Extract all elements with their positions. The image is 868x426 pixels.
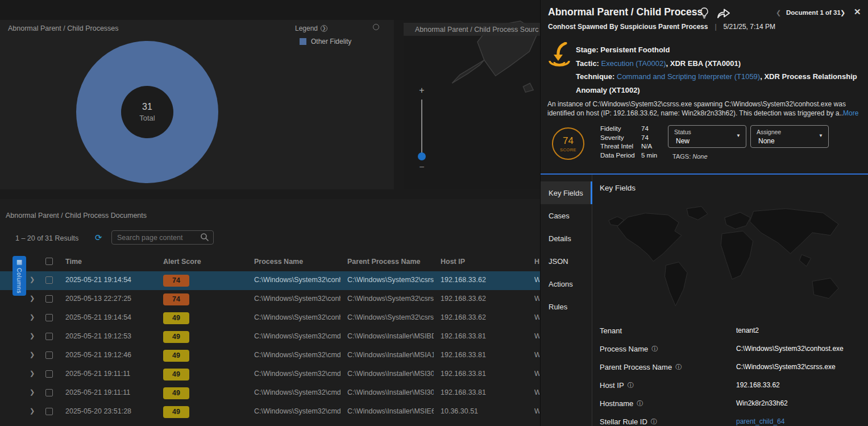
row-expand-icon[interactable]: ❯ [30, 295, 35, 302]
row-checkbox[interactable] [45, 370, 53, 378]
col-header-time[interactable]: Time [65, 258, 82, 266]
row-time: 2025-05-21 19:11:11 [65, 370, 130, 378]
assignee-dropdown-label: Assignee [757, 129, 781, 135]
alert-score-badge: 49 [163, 350, 189, 362]
table-row[interactable]: ❯ 2025-05-21 19:11:11 49 C:\Windows\Syst… [0, 365, 540, 384]
key-field-row: Tenant tenant2 [600, 321, 864, 340]
row-expand-icon[interactable]: ❯ [30, 370, 35, 377]
col-header-hostname-clipped[interactable]: H [534, 258, 539, 266]
alert-score-badge: 49 [163, 406, 189, 418]
stage-value: Persistent Foothold [600, 46, 670, 54]
table-row[interactable]: ❯ 2025-05-21 19:12:46 49 C:\Windows\Syst… [0, 346, 540, 365]
zoom-out-button[interactable]: − [417, 162, 426, 172]
field-value: C:\Windows\System32\conhost.exe [736, 345, 844, 353]
table-row[interactable]: ❯ 2025-05-21 19:14:54 49 C:\Windows\Syst… [0, 309, 540, 328]
row-process-name: C:\Windows\System32\cmd.e [254, 351, 340, 359]
alert-score-badge: 49 [163, 369, 189, 380]
row-checkbox[interactable] [45, 408, 53, 415]
chevron-down-icon: ▼ [736, 133, 741, 138]
lightbulb-icon[interactable] [700, 7, 709, 19]
row-time: 2025-05-21 19:14:54 [65, 313, 131, 321]
stage-label: Stage: [576, 46, 599, 54]
table-row[interactable]: ❯ 2025-05-21 19:14:54 74 C:\Windows\Syst… [0, 271, 540, 290]
row-checkbox[interactable] [45, 276, 53, 284]
row-expand-icon[interactable]: ❯ [30, 313, 35, 321]
legend-collapse-icon[interactable]: ❯ [321, 25, 327, 32]
tab-cases[interactable]: Cases [541, 204, 592, 227]
field-label: Parent Process Name [600, 363, 672, 371]
col-header-process-name[interactable]: Process Name [254, 258, 303, 266]
donut-chart[interactable]: 31 Total [76, 41, 218, 183]
tab-key-fields[interactable]: Key Fields [541, 181, 592, 204]
row-parent-process-name: C:\Windows\Installer\MSIE6D [347, 407, 434, 415]
next-document-chevron[interactable]: ❯ [840, 9, 845, 16]
prev-document-chevron[interactable]: ❮ [776, 9, 781, 16]
tab-details[interactable]: Details [541, 227, 592, 250]
tactic-link[interactable]: Execution (TA0002) [601, 59, 666, 68]
tab-label: Cases [549, 212, 570, 220]
alert-score-badge: 49 [163, 331, 189, 343]
key-field-row: Process Nameⓘ C:\Windows\System32\conhos… [600, 340, 864, 358]
row-checkbox[interactable] [45, 333, 53, 340]
zoom-slider-knob[interactable] [418, 152, 426, 160]
row-hostname-clipped: W [534, 388, 539, 396]
row-host-ip: 192.168.33.62 [441, 295, 514, 303]
metric-value: 5 min [641, 151, 657, 160]
key-field-row: Parent Process Nameⓘ C:\Windows\System32… [600, 358, 864, 376]
table-row[interactable]: ❯ 2025-05-13 22:27:25 74 C:\Windows\Syst… [0, 290, 540, 309]
zoom-in-button[interactable]: + [417, 85, 426, 96]
more-link[interactable]: More [843, 109, 858, 117]
info-icon[interactable]: ⓘ [637, 399, 643, 408]
info-icon[interactable]: ⓘ [651, 345, 658, 353]
tab-json[interactable]: JSON [541, 250, 592, 272]
status-dropdown-label: Status [674, 129, 691, 135]
panel-status-circle-icon[interactable] [373, 24, 379, 30]
info-icon[interactable]: ⓘ [628, 381, 634, 390]
close-icon[interactable]: ✕ [854, 7, 861, 17]
row-expand-icon[interactable]: ❯ [30, 388, 35, 396]
legend-item[interactable]: Other Fidelity [300, 38, 351, 46]
row-time: 2025-05-21 19:11:11 [65, 388, 130, 396]
tab-label: Key Fields [549, 189, 583, 197]
assignee-dropdown-value: None [758, 137, 775, 145]
col-header-host-ip[interactable]: Host IP [441, 258, 465, 266]
alert-score-badge: 49 [163, 312, 189, 324]
columns-button[interactable]: ▦ Columns [13, 256, 26, 296]
tags-value: None [692, 153, 707, 160]
row-expand-icon[interactable]: ❯ [30, 407, 35, 415]
row-process-name: C:\Windows\System32\conho [254, 313, 340, 321]
row-checkbox[interactable] [45, 295, 53, 303]
row-hostname-clipped: W [534, 370, 539, 378]
row-checkbox[interactable] [45, 314, 53, 321]
info-icon[interactable]: ⓘ [651, 417, 657, 426]
status-dropdown[interactable]: Status New ▼ [668, 125, 746, 148]
col-header-parent-process-name[interactable]: Parent Process Name [347, 258, 421, 266]
assignee-dropdown[interactable]: Assignee None ▼ [750, 125, 829, 148]
tab-actions[interactable]: Actions [541, 272, 592, 295]
search-input[interactable] [112, 231, 197, 244]
row-expand-icon[interactable]: ❯ [30, 351, 35, 358]
tags-label: TAGS: [672, 153, 691, 160]
table-row[interactable]: ❯ 2025-05-20 23:51:28 49 C:\Windows\Syst… [0, 403, 540, 421]
row-hostname-clipped: W [534, 313, 539, 321]
table-row[interactable]: ❯ 2025-05-21 19:11:11 49 C:\Windows\Syst… [0, 384, 540, 403]
detail-subtitle-row: Conhost Spawned By Suspicious Parent Pro… [548, 23, 775, 31]
document-counter: Document 1 of 31 [786, 9, 841, 16]
field-value[interactable]: parent_child_64 [736, 417, 784, 425]
row-expand-icon[interactable]: ❯ [30, 332, 35, 340]
world-map-icon[interactable] [599, 200, 866, 320]
row-checkbox[interactable] [45, 351, 53, 359]
row-checkbox[interactable] [45, 389, 53, 396]
results-count: 1 – 20 of 31 Results [15, 234, 78, 242]
tactic-rest: , XDR EBA (XTA0001) [666, 59, 741, 68]
info-icon[interactable]: ⓘ [675, 363, 682, 371]
share-icon[interactable] [717, 8, 730, 18]
select-all-checkbox[interactable] [45, 258, 53, 265]
refresh-icon[interactable]: ⟳ [95, 233, 102, 243]
technique-link[interactable]: Command and Scripting Interpreter (T1059… [617, 72, 760, 81]
row-expand-icon[interactable]: ❯ [30, 276, 35, 283]
zoom-slider-track[interactable] [421, 100, 422, 153]
table-row[interactable]: ❯ 2025-05-21 19:12:53 49 C:\Windows\Syst… [0, 328, 540, 346]
row-process-name: C:\Windows\System32\conho [254, 295, 340, 303]
tab-rules[interactable]: Rules [541, 295, 592, 318]
